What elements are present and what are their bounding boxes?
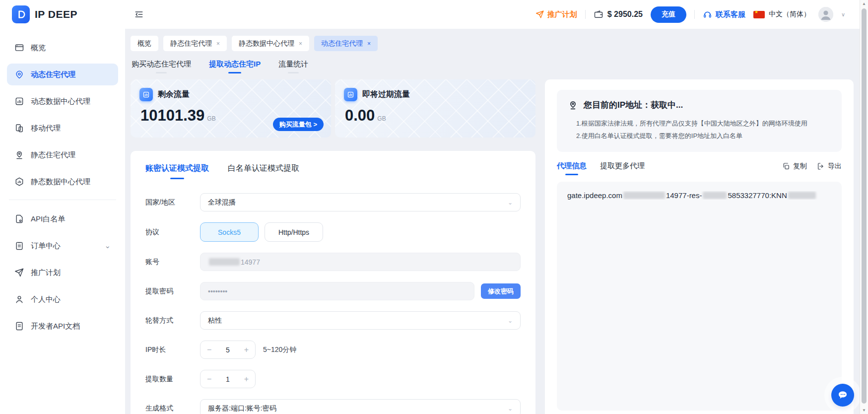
ip-duration-stepper[interactable]: − 5 +: [200, 341, 256, 359]
tab-proxy-info[interactable]: 代理信息: [557, 161, 587, 175]
user-icon: [14, 294, 24, 304]
close-icon[interactable]: ×: [299, 41, 302, 47]
document-icon: [14, 321, 24, 331]
sidebar-item-label: 动态数据中心代理: [31, 97, 90, 106]
close-icon[interactable]: ×: [216, 41, 220, 47]
recharge-button[interactable]: 充值: [651, 6, 686, 23]
chevron-down-icon[interactable]: ∨: [841, 11, 845, 18]
proxy-result-box: gate.ipdeep.com 14977-res- 5853327770:KN…: [557, 182, 842, 411]
country-select[interactable]: 全球混播 ⌄: [200, 193, 521, 211]
scrollbar-thumb[interactable]: [862, 8, 867, 404]
format-value: 服务器:端口:账号:密码: [208, 404, 276, 413]
sidebar-item-static-datacenter[interactable]: 静态数据中心代理: [7, 171, 118, 193]
sidebar-item-api-whitelist[interactable]: API白名单: [7, 208, 118, 230]
minus-icon[interactable]: −: [207, 375, 211, 384]
subtab-traffic-stats[interactable]: 流量统计: [278, 60, 308, 73]
content-row: 剩余流量 10101.39GB 购买流量包 >: [131, 79, 854, 414]
proxy-string: gate.ipdeep.com 14977-res- 5853327770:KN…: [567, 191, 831, 200]
format-select[interactable]: 服务器:端口:账号:密码 ⌄: [200, 399, 521, 414]
divider: [694, 10, 695, 19]
avatar[interactable]: [818, 7, 833, 22]
app-root: IP DEEP 概览 动态住宅代理 动态数据中心代理 移动代理 静态住宅代理: [0, 0, 868, 414]
quantity-value: 1: [226, 375, 230, 383]
page-scrollbar[interactable]: ▲ ▼: [860, 0, 868, 414]
chat-support-fab[interactable]: [831, 384, 854, 407]
export-button[interactable]: 导出: [817, 162, 842, 171]
chat-bubble-icon: [837, 389, 849, 401]
scrollbar-down-arrow[interactable]: ▼: [860, 408, 868, 413]
sidebar: IP DEEP 概览 动态住宅代理 动态数据中心代理 移动代理 静态住宅代理: [0, 0, 125, 414]
chevron-down-icon: ⌄: [508, 405, 513, 412]
sidebar-item-label: 静态数据中心代理: [31, 177, 90, 187]
sidebar-item-dynamic-residential[interactable]: 动态住宅代理: [7, 64, 118, 85]
logo[interactable]: IP DEEP: [0, 0, 125, 29]
proxy-segment: 5853327770:KNN: [728, 191, 787, 200]
wallet-balance: $ 2950.25: [594, 9, 643, 19]
plus-icon[interactable]: +: [244, 375, 249, 384]
tab-label: 静态住宅代理: [170, 39, 212, 48]
account-value: 14977: [241, 258, 260, 266]
china-flag-icon: [753, 11, 765, 18]
protocol-socks5-button[interactable]: Socks5: [200, 222, 259, 242]
buy-traffic-button[interactable]: 购买流量包 >: [273, 118, 324, 131]
avatar-person-icon: [818, 7, 833, 22]
redacted-text: [623, 192, 665, 199]
sidebar-item-label: 静态住宅代理: [31, 150, 75, 160]
tab-whitelist-auth-mode[interactable]: 白名单认证模式提取: [228, 163, 299, 179]
copy-button[interactable]: 复制: [782, 162, 807, 171]
sidebar-item-promotion-plan[interactable]: 推广计划: [7, 262, 118, 283]
usage-note-2: 2.使用白名单认证模式提取，需要将您的IP地址加入白名单: [576, 130, 831, 142]
scrollbar-up-arrow[interactable]: ▲: [860, 1, 868, 6]
minus-icon[interactable]: −: [207, 345, 211, 354]
sidebar-item-label: API白名单: [31, 214, 65, 224]
collapse-menu-icon: [134, 9, 144, 19]
redacted-text: [788, 192, 816, 199]
bar-chart-icon: [14, 96, 24, 106]
file-gear-icon: [14, 214, 24, 224]
tab-account-auth-mode[interactable]: 账密认证模式提取: [145, 163, 209, 179]
tab-dynamic-residential[interactable]: 动态住宅代理 ×: [314, 36, 378, 51]
main-area: 概览 静态住宅代理 × 静态数据中心代理 × 动态住宅代理 × 购买动态住宅代理: [125, 29, 868, 414]
rotation-select[interactable]: 粘性 ⌄: [200, 311, 521, 330]
change-password-button[interactable]: 修改密码: [481, 283, 521, 299]
sidebar-item-order-center[interactable]: 订单中心 ⌄: [7, 235, 118, 257]
usage-note-1: 1.根据国家法律法规，所有代理产品仅支持【中国大陆地区之外】的网络环境使用: [576, 117, 831, 130]
sidebar-item-label: 推广计划: [31, 268, 61, 277]
promotion-link[interactable]: 推广计划: [535, 10, 577, 19]
sidebar-item-developer-docs[interactable]: 开发者API文档: [7, 315, 118, 337]
sidebar-item-dynamic-datacenter[interactable]: 动态数据中心代理: [7, 90, 118, 112]
subtab-extract-ip[interactable]: 提取动态住宅IP: [209, 60, 261, 73]
close-icon[interactable]: ×: [367, 41, 371, 47]
sidebar-item-mobile-proxy[interactable]: 移动代理: [7, 117, 118, 139]
sidebar-item-overview[interactable]: 概览: [7, 37, 118, 59]
tab-extract-more[interactable]: 提取更多代理: [600, 161, 645, 175]
paper-plane-icon: [535, 10, 544, 19]
sidebar-item-label: 个人中心: [31, 295, 61, 304]
extraction-form-card: 账密认证模式提取 白名单认证模式提取 国家/地区 全球混播 ⌄: [131, 151, 535, 414]
contact-support-link[interactable]: 联系客服: [703, 10, 745, 19]
subtab-buy-dynamic[interactable]: 购买动态住宅代理: [132, 60, 191, 73]
tab-static-residential[interactable]: 静态住宅代理 ×: [163, 36, 227, 51]
sidebar-item-personal-center[interactable]: 个人中心: [7, 288, 118, 310]
language-selector[interactable]: 中文（简体）: [753, 10, 810, 19]
sidebar-collapse-button[interactable]: [134, 9, 144, 19]
result-tools: 复制 导出: [782, 162, 842, 175]
sidebar-item-static-residential[interactable]: 静态住宅代理: [7, 144, 118, 166]
promotion-label: 推广计划: [547, 10, 577, 19]
card-title: 即将过期流量: [362, 89, 410, 100]
chevron-down-icon: ⌄: [508, 199, 513, 206]
mobile-devices-icon: [14, 123, 24, 133]
tab-label: 静态数据中心代理: [239, 39, 294, 48]
headset-icon: [703, 10, 712, 19]
password-value: ••••••••: [208, 287, 227, 295]
card-title: 剩余流量: [158, 89, 190, 100]
pin-underline-icon: [14, 150, 24, 160]
plus-icon[interactable]: +: [244, 345, 249, 354]
section-subtabs: 购买动态住宅代理 提取动态住宅IP 流量统计: [132, 60, 854, 73]
quantity-stepper[interactable]: − 1 +: [200, 370, 256, 388]
tab-overview[interactable]: 概览: [131, 36, 158, 51]
expiring-traffic-icon: [344, 88, 357, 101]
balance-amount: $ 2950.25: [607, 10, 643, 19]
tab-static-datacenter[interactable]: 静态数据中心代理 ×: [232, 36, 309, 51]
protocol-http-button[interactable]: Http/Https: [265, 222, 323, 242]
